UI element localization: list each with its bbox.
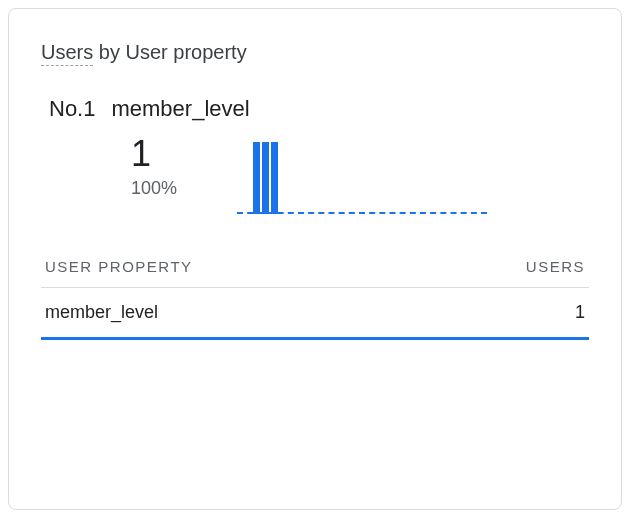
spark-bar	[253, 142, 260, 214]
rank-row: No.1 member_level	[41, 96, 589, 122]
spark-bar	[262, 142, 269, 214]
table-row[interactable]: member_level 1	[41, 288, 589, 340]
title-metric[interactable]: Users	[41, 41, 93, 66]
data-table: USER PROPERTY USERS member_level 1	[41, 250, 589, 340]
sparkline-chart	[237, 138, 487, 214]
table-header-dimension: USER PROPERTY	[45, 258, 193, 275]
table-cell-value: 1	[575, 302, 585, 323]
table-header-metric: USERS	[526, 258, 585, 275]
stats-numbers: 1 100%	[131, 134, 177, 199]
top-value: 1	[131, 134, 177, 174]
top-percentage: 100%	[131, 178, 177, 199]
title-by: by	[99, 41, 120, 63]
stats-row: 1 100%	[41, 134, 589, 214]
table-cell-name: member_level	[45, 302, 158, 323]
rank-label: No.1	[49, 96, 95, 122]
table-header: USER PROPERTY USERS	[41, 250, 589, 288]
rank-name: member_level	[111, 96, 249, 122]
title-dimension: User property	[125, 41, 246, 63]
sparkline-baseline	[237, 212, 487, 214]
analytics-card: Users by User property No.1 member_level…	[8, 8, 622, 510]
spark-bar	[271, 142, 278, 214]
card-title: Users by User property	[41, 41, 589, 64]
